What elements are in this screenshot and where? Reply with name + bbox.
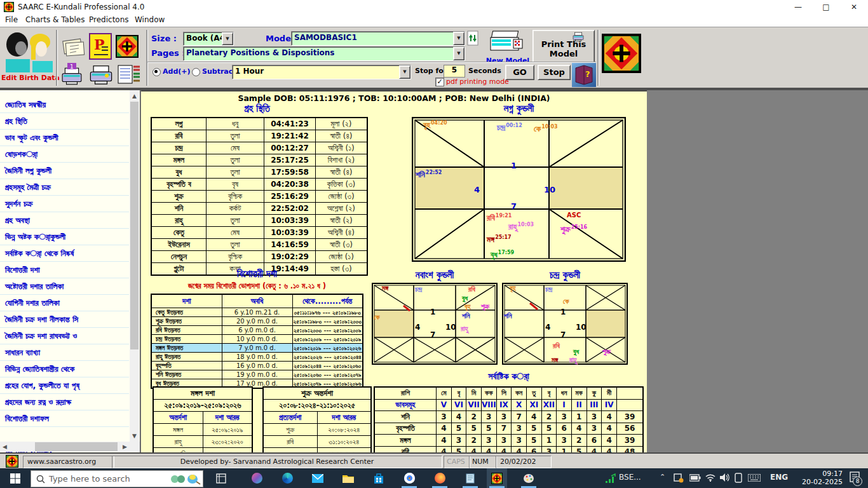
sidebar-hscrollbar[interactable]: ◀ ▶ bbox=[0, 442, 130, 452]
sidebar-vscrollbar[interactable]: ▲ ▼ bbox=[130, 90, 139, 442]
sidebar-item[interactable]: গ্রহ স্থিতি bbox=[0, 113, 129, 130]
pages-dropdown[interactable]: Planetary Positions & Dispositions ▼ bbox=[183, 46, 465, 61]
sidebar-item[interactable]: অষ্টোত্তরী দশার তালিকা bbox=[0, 278, 129, 295]
print-multiple-icon[interactable] bbox=[117, 63, 141, 87]
sidebar-item[interactable]: ভাব স্ফুট এবং কুন্ডলী bbox=[0, 130, 129, 146]
size-dropdown[interactable]: Book (A4) ▼ bbox=[183, 32, 234, 46]
scroll-up-icon[interactable]: ▲ bbox=[130, 93, 139, 99]
edge-icon[interactable] bbox=[277, 468, 297, 488]
refresh-model-icon[interactable] bbox=[467, 30, 478, 46]
start-button[interactable] bbox=[5, 468, 25, 488]
kundali-mandala-icon[interactable] bbox=[116, 33, 139, 60]
scroll-left-icon[interactable]: ◀ bbox=[3, 444, 7, 450]
table-row: ভাবসমূহVVIVIIVIIIIXXXIXIIIIIIIIIV bbox=[374, 399, 643, 411]
volume-icon[interactable] bbox=[720, 473, 729, 482]
file-explorer-icon[interactable] bbox=[338, 468, 358, 488]
notification-center-icon[interactable]: 8 bbox=[849, 471, 860, 485]
sidebar-item[interactable]: জ্যোতিষ সম্বন্ধীয় bbox=[0, 97, 129, 113]
dropdown-arrow-icon[interactable]: ▼ bbox=[399, 65, 410, 79]
dropdown-arrow-icon[interactable]: ▼ bbox=[222, 32, 233, 45]
rotation-lock-icon[interactable] bbox=[674, 473, 684, 483]
ekundali-taskbar-icon[interactable] bbox=[487, 468, 507, 488]
sidebar-item[interactable]: সাধারন ব্যাখ্যা bbox=[0, 344, 129, 361]
maximize-button[interactable]: □ bbox=[812, 0, 840, 14]
table-cell: 4 bbox=[602, 423, 617, 435]
paint-icon[interactable] bbox=[519, 468, 539, 488]
touch-keyboard-icon[interactable] bbox=[748, 474, 761, 482]
menu-window[interactable]: Window bbox=[135, 15, 165, 24]
sidebar-item[interactable]: সর্বাষ্টক কর্া থেকে নিষ্কর্ষ bbox=[0, 245, 129, 262]
planet-label: কে bbox=[374, 314, 379, 321]
tray-expand-icon[interactable]: ⌃ bbox=[660, 473, 665, 481]
sidebar-item[interactable]: ভিন্ন অষ্টক কর্াকুন্ডলী bbox=[0, 229, 129, 245]
sidebar-item[interactable]: জৈমিনী লগ্ন কুন্ডলী bbox=[0, 163, 129, 179]
store-icon[interactable] bbox=[369, 468, 389, 488]
sidebar-item[interactable]: গ্রহের যোগ, কুন্ডলীতে যা পৃষ্ bbox=[0, 377, 129, 394]
sidebar-item[interactable]: যোগিনী দশার তালিকা bbox=[0, 295, 129, 311]
menu-predictons[interactable]: Predictons bbox=[89, 15, 129, 24]
duration-value: 1 Hour bbox=[233, 65, 399, 79]
sidebar-item[interactable]: বিভিন্ন জ্যোতিষশাস্ত্রীয় থেকে bbox=[0, 361, 129, 377]
taskbar-search[interactable]: Type here to search bbox=[31, 470, 203, 487]
website-panel[interactable]: www.saarcastro.org bbox=[23, 456, 114, 468]
minimize-button[interactable]: — bbox=[784, 0, 812, 14]
vscroll-thumb[interactable] bbox=[130, 102, 139, 349]
pdf-mode-label[interactable]: pdf printing mode bbox=[446, 78, 509, 86]
sidebar-item[interactable]: জৈমিনী চক্র দশা নীলকান্ত সি bbox=[0, 311, 129, 328]
table-cell: স্বাতী (৪) bbox=[316, 130, 368, 142]
chrome-icon[interactable] bbox=[399, 468, 419, 488]
sidebar-item[interactable]: গ্রহ অবস্থা bbox=[0, 212, 129, 229]
language-indicator[interactable]: ENG bbox=[770, 473, 788, 482]
print-icon[interactable] bbox=[89, 63, 114, 87]
wifi-icon[interactable] bbox=[705, 473, 715, 482]
print-one-icon[interactable]: 1 bbox=[61, 63, 85, 87]
task-view-icon[interactable] bbox=[211, 468, 231, 488]
dropdown-arrow-icon[interactable]: ▼ bbox=[453, 47, 465, 60]
duration-dropdown[interactable]: 1 Hour ▼ bbox=[232, 65, 411, 79]
edit-birth-data-label[interactable]: Edit Birth Data bbox=[1, 74, 60, 82]
notepad-icon[interactable] bbox=[460, 468, 480, 488]
model-dropdown[interactable]: SAMODBASIC1 ▼ bbox=[291, 31, 465, 46]
pdf-mode-checkbox[interactable]: ✓ bbox=[435, 78, 444, 86]
notes-icon[interactable] bbox=[61, 35, 85, 58]
scroll-down-icon[interactable]: ▼ bbox=[130, 433, 139, 439]
sidebar-item[interactable]: জৈমিনী চক্র দশা রাঘবভট্ট ও bbox=[0, 328, 129, 344]
mail-icon[interactable] bbox=[308, 468, 328, 488]
go-button[interactable]: GO bbox=[505, 65, 534, 80]
copilot-icon[interactable] bbox=[247, 468, 267, 488]
help-book-icon[interactable]: ? bbox=[572, 63, 596, 87]
table-cell: ২৫:০৯:২০১৯ bbox=[203, 424, 252, 436]
sidebar-item[interactable]: সুদর্শন চক্র bbox=[0, 196, 129, 212]
sidebar-item[interactable]: ষোড়শকর্া bbox=[0, 146, 129, 163]
stop-button[interactable]: Stop bbox=[538, 65, 571, 80]
birth-data-faces-image[interactable] bbox=[2, 29, 54, 72]
close-button[interactable]: ✕ bbox=[840, 0, 868, 14]
phone-link-icon[interactable] bbox=[735, 473, 742, 483]
menu-file[interactable]: File bbox=[5, 15, 18, 24]
hscroll-thumb[interactable] bbox=[35, 442, 118, 451]
stop-seconds-input[interactable]: 5 bbox=[444, 65, 465, 78]
taskbar-clock[interactable]: 09:17 20-02-2025 bbox=[802, 470, 843, 486]
p-document-icon[interactable]: P bbox=[89, 33, 112, 60]
sidebar-item[interactable]: গ্রহদের জন্য রত্ন ও রুদ্রাক্ষ bbox=[0, 394, 129, 410]
menu-charts-tables[interactable]: Charts & Tables bbox=[25, 15, 85, 24]
sidebar-item[interactable]: বিশোত্তরী দশাফল bbox=[0, 410, 129, 427]
print-this-model-button[interactable]: Print This Model bbox=[532, 30, 595, 63]
table-cell: ধন bbox=[557, 387, 572, 399]
new-model-icon[interactable] bbox=[488, 30, 526, 57]
firefox-icon[interactable] bbox=[430, 468, 450, 488]
stock-ticker-icon[interactable] bbox=[605, 473, 616, 484]
dropdown-arrow-icon[interactable]: ▼ bbox=[453, 32, 465, 45]
planet-label: শনি bbox=[504, 313, 512, 320]
stock-ticker-label[interactable]: BSE... bbox=[619, 473, 641, 482]
subtract-radio[interactable] bbox=[192, 68, 200, 76]
add-label[interactable]: Add(+) bbox=[163, 67, 191, 76]
add-radio[interactable] bbox=[153, 68, 161, 76]
table-cell: বিশাখা (২) bbox=[316, 154, 368, 166]
sidebar-item[interactable]: গ্রহসমূহ মৈত্রী চক্র bbox=[0, 179, 129, 196]
sidebar-item[interactable]: বিশোত্তরী দশা bbox=[0, 262, 129, 278]
planet-label: কে10:03 bbox=[534, 125, 558, 133]
new-model-label[interactable]: New Model bbox=[485, 57, 530, 65]
table-row: রাহুতুলা10:03:39স্বাতী (২) bbox=[151, 215, 367, 227]
scroll-right-icon[interactable]: ▶ bbox=[123, 444, 127, 450]
